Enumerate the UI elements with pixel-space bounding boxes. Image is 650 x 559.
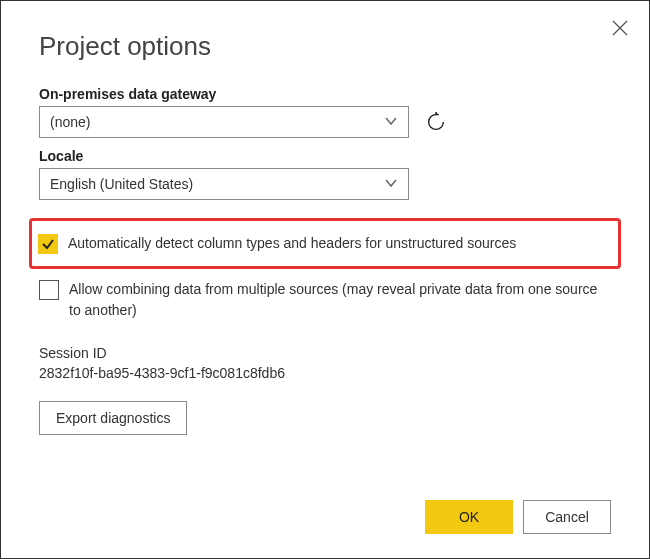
window-frame: Project options On-premises data gateway…	[0, 0, 650, 559]
locale-label: Locale	[39, 148, 611, 164]
project-options-dialog: Project options On-premises data gateway…	[1, 1, 649, 558]
auto-detect-label: Automatically detect column types and he…	[68, 233, 516, 254]
allow-combining-label: Allow combining data from multiple sourc…	[69, 279, 611, 321]
chevron-down-icon	[384, 114, 398, 131]
check-icon	[41, 237, 55, 251]
ok-button[interactable]: OK	[425, 500, 513, 534]
chevron-down-icon	[384, 176, 398, 193]
locale-select[interactable]: English (United States)	[39, 168, 409, 200]
gateway-select[interactable]: (none)	[39, 106, 409, 138]
auto-detect-option[interactable]: Automatically detect column types and he…	[38, 233, 608, 254]
close-icon	[611, 19, 629, 37]
gateway-select-value: (none)	[50, 114, 90, 130]
gateway-label: On-premises data gateway	[39, 86, 611, 102]
dialog-button-row: OK Cancel	[425, 500, 611, 534]
refresh-button[interactable]	[425, 111, 447, 133]
dialog-title: Project options	[39, 31, 611, 62]
allow-combining-option[interactable]: Allow combining data from multiple sourc…	[39, 279, 611, 321]
refresh-icon	[425, 111, 447, 133]
allow-combining-checkbox[interactable]	[39, 280, 59, 300]
export-diagnostics-button[interactable]: Export diagnostics	[39, 401, 187, 435]
session-id-label: Session ID	[39, 345, 611, 361]
locale-select-value: English (United States)	[50, 176, 193, 192]
close-button[interactable]	[611, 19, 631, 39]
auto-detect-checkbox[interactable]	[38, 234, 58, 254]
cancel-button[interactable]: Cancel	[523, 500, 611, 534]
session-id-value: 2832f10f-ba95-4383-9cf1-f9c081c8fdb6	[39, 365, 611, 381]
highlight-annotation: Automatically detect column types and he…	[29, 218, 621, 269]
